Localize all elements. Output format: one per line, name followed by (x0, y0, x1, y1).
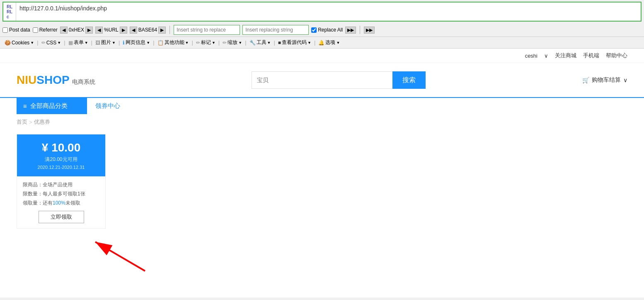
form-arrow: ▼ (85, 41, 88, 45)
toolbar2-sep-4: | (119, 39, 120, 46)
browser-chrome: RL RL c http://127.0.0.1/niushop/index.p… (0, 2, 644, 49)
info-icon: ℹ (123, 40, 125, 46)
form-label: 表单 (74, 39, 84, 46)
other-arrow: ▼ (185, 41, 189, 45)
referrer-item[interactable]: Referrer (33, 27, 58, 33)
claim-button[interactable]: 立即领取 (39, 211, 84, 223)
category-label: 全部商品分类 (30, 102, 68, 110)
url-right-arrow[interactable]: ▶ (120, 27, 127, 34)
css-label: CSS (46, 40, 57, 46)
search-button[interactable]: 搜索 (392, 71, 426, 89)
url-label: %URL (104, 27, 119, 33)
base64-left-arrow[interactable]: ◀ (130, 27, 137, 34)
sidebar-label-2: RL (7, 9, 12, 14)
form-icon: ▦ (68, 40, 73, 46)
toolbar2-sep-8: | (245, 39, 246, 46)
coupon-bottom: 限商品：全场产品使用 限数量：每人最多可领取1张 领取量：还有100%未领取 立… (17, 176, 105, 228)
header-area: NIUSHOP 电商系统 搜索 🛒 购物车结算 ∨ (0, 63, 644, 97)
toolbar2-sep-10: | (314, 39, 315, 46)
follow-merchant-link[interactable]: 关注商城 (555, 52, 576, 59)
replace-arrow-1[interactable]: ▶▶ (345, 27, 356, 34)
post-data-item[interactable]: Post data (2, 27, 30, 33)
logo-area: NIUSHOP 电商系统 (17, 73, 95, 87)
search-input[interactable] (252, 71, 392, 89)
url-input[interactable]: http://127.0.0.1/niushop/index.php (16, 2, 641, 21)
mobile-link[interactable]: 手机端 (583, 52, 599, 59)
source-arrow: ▼ (307, 41, 311, 45)
menu-mark[interactable]: ✏ 标记 ▼ (194, 38, 218, 47)
tools-arrow: ▼ (267, 41, 271, 45)
hex-right-arrow[interactable]: ▶ (85, 27, 93, 34)
url-text: http://127.0.0.1/niushop/index.php (19, 5, 107, 12)
menu-options[interactable]: 🔔 选项 ▼ (316, 38, 342, 47)
source-icon: ■ (278, 40, 281, 46)
coupon-limit-product: 限商品：全场产品使用 (23, 181, 99, 188)
user-dropdown-icon[interactable]: ∨ (544, 53, 548, 59)
coupon-action: 立即领取 (23, 211, 99, 223)
options-icon: 🔔 (318, 40, 324, 46)
insert-replacing-input[interactable] (242, 25, 309, 35)
css-icon: ✏ (41, 40, 46, 46)
menu-image[interactable]: 🖼 图片 ▼ (93, 38, 118, 47)
menu-source[interactable]: ■ 查看源代码 ▼ (276, 38, 313, 47)
post-data-checkbox[interactable] (2, 27, 8, 33)
url-item[interactable]: ◀ %URL ▶ (95, 27, 127, 34)
zoom-arrow: ▼ (238, 41, 242, 45)
replace-all-label: Replace All (318, 27, 343, 33)
toolbar2-sep-5: | (153, 39, 154, 46)
replace-all-item[interactable]: Replace All (311, 27, 343, 33)
toolbar-separator-1 (169, 26, 170, 34)
toolbar2-sep-6: | (192, 39, 193, 46)
insert-replace-input[interactable] (174, 25, 240, 35)
menu-cookies[interactable]: 🍪 Cookies ▼ (2, 39, 36, 46)
options-arrow: ▼ (336, 41, 340, 45)
zoom-icon: ✏ (223, 40, 227, 46)
menu-form[interactable]: ▦ 表单 ▼ (66, 38, 90, 47)
url-left-arrow[interactable]: ◀ (95, 27, 103, 34)
coupon-limit-remain: 领取量：还有100%未领取 (23, 200, 99, 207)
main-content: ¥ 10.00 满20.00元可用 2020.12.21-2020.12.31 … (0, 130, 644, 245)
hex-left-arrow[interactable]: ◀ (60, 27, 68, 34)
toolbar-row-1: Post data Referrer ◀ 0xHEX ▶ ◀ %URL ▶ ◀ … (0, 23, 644, 37)
menu-css[interactable]: ✏ CSS ▼ (39, 39, 63, 46)
breadcrumb-sep: > (29, 119, 32, 125)
replace-all-checkbox[interactable] (311, 27, 317, 33)
search-area: 搜索 (252, 71, 426, 89)
referrer-checkbox[interactable] (33, 27, 38, 33)
help-link[interactable]: 帮助中心 (606, 52, 627, 59)
logo-niu: NIU (17, 73, 36, 86)
base64-item[interactable]: ◀ BASE64 ▶ (130, 27, 166, 34)
nav-coupon-link[interactable]: 领券中心 (87, 98, 128, 114)
zoom-label: 缩放 (228, 39, 237, 46)
page-content: ceshi ∨ 关注商城 手机端 帮助中心 NIUSHOP 电商系统 搜索 🛒 … (0, 49, 644, 298)
sidebar-label-1: RL (7, 4, 12, 9)
menu-zoom[interactable]: ✏ 缩放 ▼ (220, 38, 244, 47)
base64-right-arrow[interactable]: ▶ (158, 27, 166, 34)
toolbar-separator-2 (360, 26, 360, 34)
referrer-label: Referrer (39, 27, 58, 33)
breadcrumb: 首页 > 优惠券 (0, 114, 644, 130)
mark-label: 标记 (201, 39, 211, 46)
svg-line-1 (95, 242, 145, 271)
menu-tools[interactable]: 🔧 工具 ▼ (247, 38, 273, 47)
coupon-remain-percent: 100% (53, 200, 65, 206)
toolbar2-sep-2: | (64, 39, 65, 46)
replace-arrow-2[interactable]: ▶▶ (364, 27, 375, 34)
coupon-condition: 满20.00元可用 (24, 156, 99, 163)
source-label: 查看源代码 (282, 39, 307, 46)
coupon-limit-qty: 限数量：每人最多可领取1张 (23, 190, 99, 198)
tools-icon: 🔧 (249, 40, 256, 46)
cart-area[interactable]: 🛒 购物车结算 ∨ (582, 76, 627, 84)
menu-other[interactable]: 📋 其他功能 ▼ (155, 38, 191, 47)
top-nav: ceshi ∨ 关注商城 手机端 帮助中心 (0, 49, 644, 63)
coupon-top: ¥ 10.00 满20.00元可用 2020.12.21-2020.12.31 (17, 134, 105, 176)
hex-item[interactable]: ◀ 0xHEX ▶ (60, 27, 93, 34)
url-sidebar: RL RL c (3, 2, 16, 21)
menu-page-info[interactable]: ℹ 网页信息 ▼ (121, 38, 152, 47)
mark-arrow: ▼ (212, 41, 215, 45)
nav-category-button[interactable]: ≡ 全部商品分类 (17, 98, 87, 114)
tools-label: 工具 (257, 39, 266, 46)
other-icon: 📋 (157, 40, 164, 46)
logo: NIUSHOP (17, 73, 70, 87)
breadcrumb-home[interactable]: 首页 (17, 118, 27, 126)
